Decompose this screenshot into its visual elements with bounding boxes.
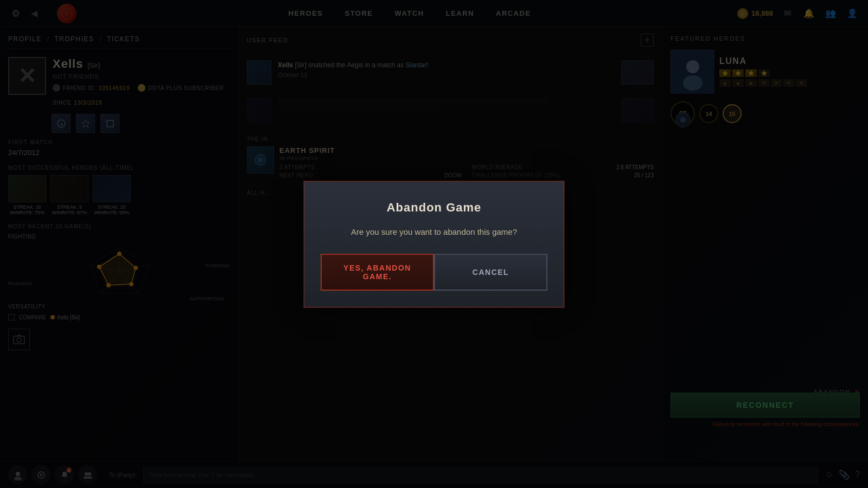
abandon-confirm-button[interactable]: YES, ABANDON GAME. [321, 254, 434, 291]
modal-title: Abandon Game [321, 201, 547, 215]
cancel-button[interactable]: CANCEL [434, 254, 547, 291]
modal-dialog: Abandon Game Are you sure you want to ab… [304, 181, 564, 307]
modal-body: Are you sure you want to abandon this ga… [321, 226, 547, 239]
modal-buttons: YES, ABANDON GAME. CANCEL [321, 254, 547, 291]
modal-overlay: Abandon Game Are you sure you want to ab… [0, 0, 868, 488]
